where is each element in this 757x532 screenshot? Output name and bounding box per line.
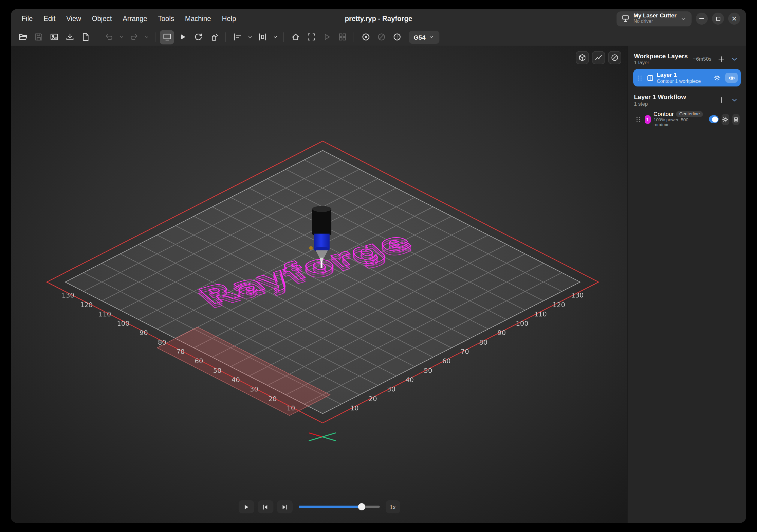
gear-icon [713,74,721,82]
app-window: File Edit View Object Arrange Tools Mach… [11,9,746,523]
menu-machine[interactable]: Machine [180,13,216,24]
spray-button[interactable] [206,30,221,44]
chevron-sm-button[interactable] [117,30,126,44]
layer-row[interactable]: Layer 1 Contour 1 workpiece [633,69,741,87]
chevron-down-icon [428,34,435,40]
menu-file[interactable]: File [17,13,38,24]
floppy-button[interactable] [31,30,45,44]
refresh-button[interactable] [191,30,205,44]
frame-button[interactable] [304,30,318,44]
add-step-button[interactable] [715,94,727,106]
origin-button[interactable] [390,30,404,44]
wcs-button[interactable]: G54 [409,30,439,44]
eye-icon [728,75,735,82]
step-mode-badge: Centerline [676,111,703,117]
chevron-sm-button[interactable] [246,30,254,44]
layer-visibility-button[interactable] [725,73,738,83]
step-index-badge: 1 [645,115,651,124]
trash-icon [732,116,740,123]
origin-icon [392,32,401,42]
export-file-button[interactable] [78,30,92,44]
download-icon [65,32,74,42]
chevron-down-icon [730,96,738,104]
laser-off-button[interactable] [374,30,388,44]
workflow-header: Layer 1 Workflow 1 step [634,93,740,107]
drag-handle-icon[interactable] [635,116,642,123]
step-settings-button[interactable] [722,114,729,125]
axis-tick-label: 130 [62,292,75,299]
toolbar-separator [225,32,226,42]
menu-arrange[interactable]: Arrange [118,13,152,24]
machine-selector-button[interactable]: My Laser Cutter No driver [617,11,692,26]
tiles-button[interactable] [335,30,349,44]
axis-tick-label: 70 [176,348,185,356]
home-icon [291,32,300,42]
menu-tools[interactable]: Tools [153,13,179,24]
align-icon [233,32,242,42]
image-button[interactable] [47,30,61,44]
undo-button[interactable] [102,30,116,44]
workpiece-layers-actions: ~6m50s [693,53,740,65]
content: 1010202030304040505060607070808090901001… [11,46,746,523]
send-button[interactable] [319,30,334,44]
drag-handle-icon[interactable] [636,75,644,82]
collapse-layers-button[interactable] [728,53,740,65]
playback-speed-button[interactable]: 1x [385,500,400,514]
monitor-button[interactable] [160,30,174,44]
record-button[interactable] [358,30,373,44]
download-button[interactable] [62,30,77,44]
machine-name: My Laser Cutter [633,13,677,19]
layer-settings-button[interactable] [712,73,722,83]
simulation-progress-slider[interactable] [298,503,379,511]
skip-start-button[interactable] [257,500,273,514]
axis-tick-label: 10 [287,404,295,412]
chevron-sm-button[interactable] [142,30,151,44]
axis-tick-label: 40 [231,376,240,384]
play-button[interactable] [175,30,190,44]
redo-button[interactable] [127,30,141,44]
layer-icon [647,75,654,82]
floppy-icon [34,32,43,42]
maximize-button[interactable] [712,13,724,25]
open-folder-button[interactable] [15,30,30,44]
image-icon [49,32,59,42]
workpiece-layers-header: Workpiece Layers 1 layer ~6m50s [634,52,740,66]
machine-meta: My Laser Cutter No driver [633,13,677,24]
menu-edit[interactable]: Edit [39,13,60,24]
toolbar-separator [353,32,354,42]
axis-tick-label: 50 [424,367,432,374]
minimize-icon [699,18,704,19]
menu-view[interactable]: View [62,13,86,24]
home-button[interactable] [288,30,303,44]
axis-tick-label: 120 [553,301,565,309]
collapse-workflow-button[interactable] [728,94,740,106]
trash-icon [732,116,740,123]
axis-tick-label: 90 [498,329,506,336]
chevron-sm-button[interactable] [271,30,279,44]
path-view-button[interactable] [592,51,605,64]
align-button[interactable] [230,30,244,44]
step-enabled-toggle[interactable] [709,115,718,123]
layer-subtitle: Contour 1 workpiece [657,78,701,84]
slider-knob[interactable] [358,503,365,510]
axis-tick-label: 10 [350,404,359,412]
skip-end-button[interactable] [277,500,292,514]
overlay-off-button[interactable] [608,51,621,64]
distribute-button[interactable] [255,30,270,44]
axis-tick-label: 70 [461,348,469,356]
axis-tick-label: 30 [250,386,258,393]
axis-tick-label: 100 [516,320,529,327]
close-button[interactable]: ✕ [728,13,740,25]
step-delete-button[interactable] [732,114,740,125]
menu-object[interactable]: Object [87,13,117,24]
chevron-down-icon [680,15,687,22]
3d-scene[interactable]: 1010202030304040505060607070808090901001… [11,46,627,523]
minimize-button[interactable] [696,13,708,25]
menu-help[interactable]: Help [217,13,241,24]
axis-tick-label: 100 [117,320,129,327]
workflow-step-row[interactable]: 1 Contour Centerline 100% power, 500 mm/… [633,111,741,128]
laser-off-icon [377,32,386,42]
cube-view-button[interactable] [576,51,589,64]
add-layer-button[interactable] [715,53,727,65]
play-button[interactable] [238,500,254,514]
